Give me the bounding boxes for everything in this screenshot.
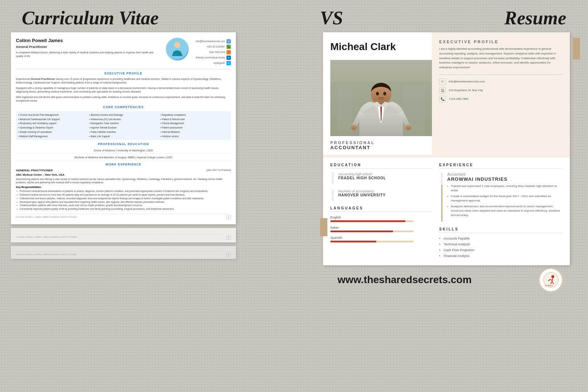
resume-top: Micheal Clark (323, 32, 570, 155)
cv-responsibility-5: Treated pediatric patients with minor il… (16, 204, 231, 207)
edu-school-bold-1: FRADEL HIGH SCHOOL (338, 176, 432, 180)
competency-item: Patient & Wound care (160, 118, 229, 121)
svg-text:The Shared: The Shared (545, 285, 553, 286)
resume-contact-section: ✉ info@thesharedsecrets.com 🏠 123 Anywhe… (439, 74, 563, 102)
exp-bullet-2: Create a consolidated budget for the fis… (447, 194, 563, 203)
exp-line (441, 184, 442, 222)
competency-item: Advanced Cardiovascular Life Support (18, 118, 86, 121)
competency-item: Abscess Incision and Drainage (89, 113, 158, 117)
competency-item: Nasogastric Tube Insertion (89, 122, 158, 125)
lang-italian: Italian (330, 226, 432, 232)
cv-responsibility-6: Consistently improved patient quality of… (16, 207, 231, 211)
lang-italian-bar-bg (330, 230, 414, 232)
resume-photo-svg (330, 60, 432, 136)
resume-name: Micheal Clark (330, 41, 425, 53)
linkedin-icon: in (226, 56, 231, 60)
cv-location-row: New York-USA 📍 (196, 50, 231, 54)
lang-italian-bar-fill (330, 230, 393, 232)
resume-exp-title: EXPERIENCE (439, 163, 563, 169)
cv-header-left: Colinn Powell James General Practitioner… (16, 37, 161, 58)
exp-item: 2017-2021 Accountant AROWWAI INDUSTRIES … (439, 172, 563, 222)
cv-skype-text: myskypeID (213, 61, 225, 65)
cv-footer-name-1: COLINN POWELL JAMES, MBBS-GENERAL PRACTI… (16, 216, 77, 219)
resume-edu-title: EDUCATION (330, 163, 432, 169)
cv-contact-info: info@thesharedsecrets.com ✉ +001 00 1234… (196, 39, 231, 65)
resume-contact-phone: 📞 +123-456-7890 (439, 96, 563, 102)
cv-job-title: General Practitioner (16, 45, 161, 49)
cv-photo-svg (166, 37, 188, 60)
cv-summary: A competent Medical Doctor, delivering a… (16, 51, 161, 58)
cv-location-text: New York-USA (209, 50, 225, 54)
resume-skills-title: SKILLS (439, 227, 563, 233)
lang-spanish-bar-bg (330, 241, 414, 242)
competency-item: Internal Medicine (160, 130, 229, 134)
svg-point-8 (376, 92, 379, 95)
competency-item: Foley Catheter Insertion (89, 130, 158, 134)
competency-item: Medical Staff Management (18, 135, 86, 138)
cv-responsibility-1: Performed medical/clinical examinations … (16, 189, 231, 193)
resume-address-text: 123 Anywhere St. Any City (449, 89, 483, 92)
lang-italian-label: Italian (330, 226, 432, 229)
cv-footer-name-2: COLINN POWELL JAMES, MBBS-GENERAL PRACTI… (16, 236, 77, 239)
email-icon: ✉ (226, 39, 231, 44)
svg-point-11 (405, 125, 411, 130)
page-header: Curriculum Vitae VS Resume (0, 0, 588, 32)
exp-job-title: Accountant (447, 172, 563, 176)
main-container: Colinn Powell James General Practitioner… (0, 32, 588, 302)
resume-job-title-value: ACCOUNTANT (330, 145, 425, 150)
resume-address-icon: 🏠 (439, 87, 446, 94)
exp-years: 2017-2021 (441, 172, 443, 184)
competency-item: Basic Life Support (89, 135, 158, 138)
cv-skype-row: myskypeID S (196, 61, 231, 65)
competency-item: Patient assessment (160, 126, 229, 130)
svg-point-9 (383, 92, 386, 95)
edu-timeline-bar-1: 2010-2013 (330, 172, 335, 184)
tan-decoration-bottom (320, 218, 327, 236)
resume-section: Micheal Clark (323, 32, 577, 295)
cv-key-resp-label: Key Responsibilities: (16, 185, 231, 189)
tan-decoration-top (573, 38, 580, 60)
page-footer: www.thesharedsecrets.com The Shared (323, 265, 577, 295)
resume-email-icon: ✉ (439, 78, 446, 85)
competency-item: Clinical Management (160, 122, 229, 125)
cv-header: Colinn Powell James General Practitioner… (16, 37, 231, 65)
cv-name: Colinn Powell James (16, 37, 161, 44)
cv-edu-text-1: Doctor of Medicine | University of Washi… (94, 149, 153, 152)
cv-responsibility-4: Developed open rapport with patients and… (16, 200, 231, 204)
cv-email-text: info@thesharedsecrets.com (196, 40, 225, 43)
cv-page-num-1: 1 (226, 216, 231, 219)
cv-work-desc: Administering patients and offering a wi… (16, 177, 231, 184)
lang-english-bar-fill (330, 220, 405, 222)
lang-english-label: English (330, 216, 432, 219)
skype-icon: S (226, 61, 231, 65)
lang-english: English (330, 216, 432, 222)
skill-1: Accounts Payable (439, 237, 563, 240)
cv-page-1: Colinn Powell James General Practitioner… (11, 32, 236, 224)
competency-item: Infection control (160, 135, 229, 138)
cv-responsibility-2: Delivered medical services to more than … (16, 193, 231, 197)
cv-edu-text-2: Bachelor of Medicine And Bachelor of Sur… (74, 156, 172, 159)
footer-logo: The Shared (539, 268, 563, 292)
lang-english-bar-bg (330, 220, 414, 222)
resume-header-title: Resume (505, 7, 566, 29)
svg-rect-5 (338, 89, 352, 136)
resume-photo (330, 60, 432, 136)
competency-item: Simple Suturing of Lacerations (18, 130, 86, 134)
resume-phone-text: +123-456-7890 (449, 97, 469, 101)
cv-phone-row: +001 00 1234567 📞 (196, 45, 231, 49)
cv-work-title: GENERAL PRACTITIONER (16, 168, 53, 172)
resume-page: Micheal Clark (323, 32, 570, 265)
resume-right-col: EXECUTIVE PROFILE I am a highly talented… (432, 32, 570, 155)
resume-phone-icon: 📞 (439, 96, 446, 102)
resume-skills-section: SKILLS Accounts Payable Technical Analys… (439, 227, 563, 258)
edu-item-1: 2010-2013 Accounting high school FRADEL … (330, 172, 432, 184)
cv-divider-1 (16, 69, 231, 69)
resume-bottom-right: EXPERIENCE 2017-2021 Accountant AROWWAI … (439, 163, 563, 260)
cv-footer-name-3: COLINN POWELL JAMES, MBBS-GENERAL PRACTI… (16, 253, 77, 257)
cv-section: Colinn Powell James General Practitioner… (11, 32, 236, 295)
resume-lang-title: LANGUAGES (330, 206, 432, 212)
competency-item: Intravenous (IV) Line Access (89, 118, 158, 121)
cv-work-exp-header: GENERAL PRACTITIONER (Jan 2017 to Presen… (16, 168, 231, 172)
resume-wrapper: Micheal Clark (323, 32, 577, 265)
resume-contact-address: 🏠 123 Anywhere St. Any City (439, 87, 563, 94)
